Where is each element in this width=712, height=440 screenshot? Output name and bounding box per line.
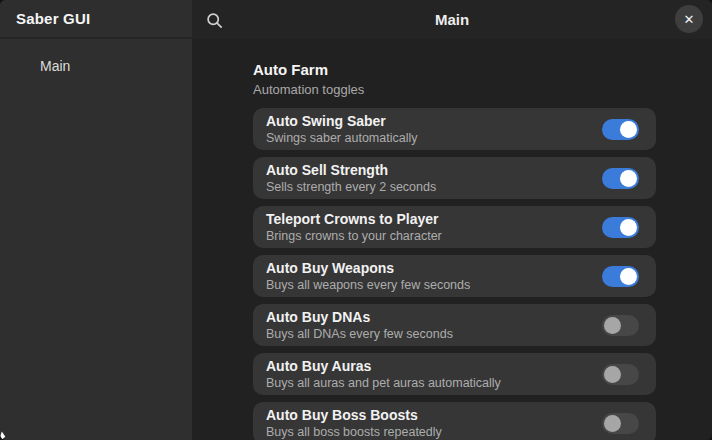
toggle-switch[interactable]	[602, 119, 639, 140]
toggle-row-subtitle: Brings crowns to your character	[266, 228, 442, 244]
close-button[interactable]: ✕	[675, 5, 703, 33]
toggle-row-title: Auto Buy Auras	[266, 358, 501, 375]
toggle-row-text: Auto Buy DNAs Buys all DNAs every few se…	[266, 309, 453, 342]
toggle-knob	[620, 219, 637, 236]
toggle-row-title: Auto Buy Boss Boosts	[266, 407, 442, 424]
toggle-knob	[620, 170, 637, 187]
toggle-row-text: Auto Buy Boss Boosts Buys all boss boost…	[266, 407, 442, 440]
toggle-row-subtitle: Buys all auras and pet auras automatical…	[266, 375, 501, 391]
toggle-row-title: Auto Swing Saber	[266, 113, 417, 130]
section-title: Auto Farm	[253, 60, 656, 79]
toggle-row-subtitle: Buys all DNAs every few seconds	[266, 326, 453, 342]
magnifier-icon	[206, 12, 223, 29]
toggle-switch[interactable]	[602, 168, 639, 189]
sidebar-header: Saber GUI	[0, 0, 192, 39]
toggle-row-subtitle: Swings saber automatically	[266, 130, 417, 146]
toggle-row-title: Auto Sell Strength	[266, 162, 436, 179]
app-title: Saber GUI	[16, 10, 90, 27]
toggle-row: Auto Swing Saber Swings saber automatica…	[253, 108, 656, 150]
toggle-switch[interactable]	[602, 413, 639, 434]
close-icon: ✕	[684, 13, 695, 26]
sidebar-item-main[interactable]: Main	[0, 52, 192, 80]
section-subtitle: Automation toggles	[253, 81, 656, 98]
toggle-switch[interactable]	[602, 266, 639, 287]
toggle-row-text: Auto Buy Weapons Buys all weapons every …	[266, 260, 470, 293]
toggle-row-text: Teleport Crowns to Player Brings crowns …	[266, 211, 442, 244]
saber-gui-window: Saber GUI Main Main ✕ Auto Farm Automati…	[0, 0, 712, 440]
toggle-row-subtitle: Buys all boss boosts repeatedly	[266, 424, 442, 440]
toggle-switch[interactable]	[602, 364, 639, 385]
toggle-row-subtitle: Sells strength every 2 seconds	[266, 179, 436, 195]
toggle-knob	[620, 121, 637, 138]
toggle-row-text: Auto Swing Saber Swings saber automatica…	[266, 113, 417, 146]
toggle-knob	[604, 366, 621, 383]
toggle-switch[interactable]	[602, 315, 639, 336]
toggle-row-text: Auto Sell Strength Sells strength every …	[266, 162, 436, 195]
toggle-row: Teleport Crowns to Player Brings crowns …	[253, 206, 656, 248]
content-area: Auto Farm Automation toggles Auto Swing …	[192, 39, 712, 440]
toggle-row: Auto Buy Boss Boosts Buys all boss boost…	[253, 402, 656, 440]
toggle-row-title: Auto Buy DNAs	[266, 309, 453, 326]
toggle-row-title: Auto Buy Weapons	[266, 260, 470, 277]
page-title: Main	[435, 11, 469, 28]
toggle-knob	[604, 317, 621, 334]
search-button[interactable]	[200, 6, 228, 34]
toggle-knob	[604, 415, 621, 432]
toggle-switch[interactable]	[602, 217, 639, 238]
topbar: Main ✕	[192, 0, 712, 39]
main-panel: Main ✕ Auto Farm Automation toggles Auto…	[192, 0, 712, 440]
toggle-row: Auto Sell Strength Sells strength every …	[253, 157, 656, 199]
sidebar: Saber GUI Main	[0, 0, 192, 440]
toggle-row-subtitle: Buys all weapons every few seconds	[266, 277, 470, 293]
toggle-row: Auto Buy Auras Buys all auras and pet au…	[253, 353, 656, 395]
toggle-row-text: Auto Buy Auras Buys all auras and pet au…	[266, 358, 501, 391]
sidebar-items: Main	[0, 39, 192, 80]
toggle-row: Auto Buy Weapons Buys all weapons every …	[253, 255, 656, 297]
toggle-row: Auto Buy DNAs Buys all DNAs every few se…	[253, 304, 656, 346]
toggle-knob	[620, 268, 637, 285]
toggle-list: Auto Swing Saber Swings saber automatica…	[253, 108, 656, 440]
toggle-row-title: Teleport Crowns to Player	[266, 211, 442, 228]
